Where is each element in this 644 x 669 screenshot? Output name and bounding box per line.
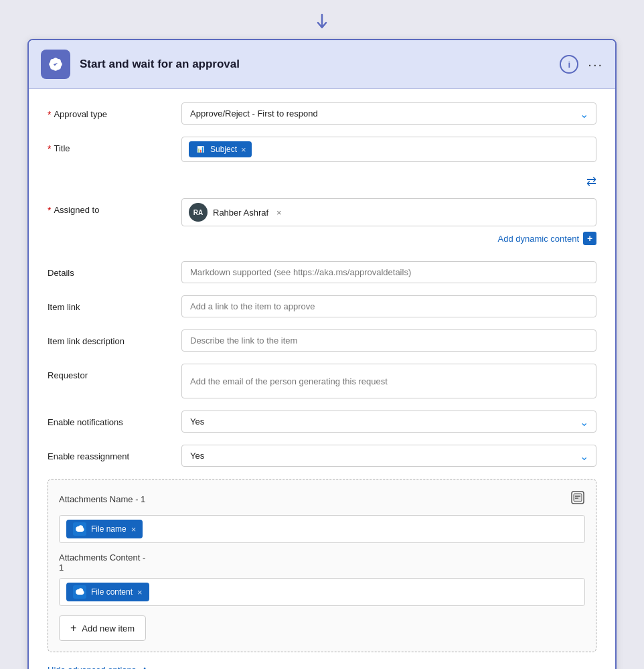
attachments-name-input[interactable]: File name × — [59, 515, 585, 543]
approval-type-row: * Approval type Approve/Reject - First t… — [48, 102, 596, 125]
add-dynamic-content-button[interactable]: Add dynamic content + — [498, 232, 596, 245]
details-control — [181, 261, 596, 283]
attachments-section: Attachments Name - 1 — [48, 479, 596, 652]
enable-reassignment-row: Enable reassignment Yes ⌄ — [48, 445, 596, 467]
info-button[interactable]: i — [560, 55, 578, 74]
approval-card: Start and wait for an approval i ··· * A… — [27, 39, 617, 669]
details-label: Details — [48, 261, 181, 278]
title-label: * Title — [48, 137, 181, 154]
assigned-to-control: RA Rahber Ashraf × Add dynamic content + — [181, 198, 596, 249]
attachments-content-input[interactable]: File content × — [59, 578, 585, 606]
attachments-content-header: Attachments Content - 1 — [59, 552, 585, 573]
assignee-tag-close[interactable]: × — [276, 208, 282, 218]
cloud-icon-content — [73, 585, 86, 599]
action-icon-box — [41, 50, 70, 79]
item-link-desc-label: Item link description — [48, 329, 181, 346]
plus-icon-new: + — [70, 622, 76, 634]
requestor-input[interactable] — [181, 364, 596, 398]
title-tag-input[interactable]: 📊 Subject × — [181, 137, 596, 162]
required-star: * — [48, 109, 51, 120]
enable-notifications-label: Enable notifications — [48, 411, 181, 427]
details-row: Details — [48, 261, 596, 283]
item-link-input[interactable] — [181, 295, 596, 317]
enable-notifications-row: Enable notifications Yes ⌄ — [48, 411, 596, 433]
card-title: Start and wait for an approval — [80, 58, 550, 71]
requestor-control — [181, 364, 596, 398]
approval-type-select-wrapper: Approve/Reject - First to respond ⌄ — [181, 102, 596, 125]
switch-icon-row: ⇄ — [48, 174, 596, 189]
approval-type-control: Approve/Reject - First to respond ⌄ — [181, 102, 596, 125]
subject-tag: 📊 Subject × — [189, 141, 252, 157]
assigned-to-label: * Assigned to — [48, 198, 181, 216]
avatar: RA — [189, 203, 208, 222]
add-new-item-button[interactable]: + Add new item — [59, 615, 146, 641]
approval-type-select[interactable]: Approve/Reject - First to respond — [181, 102, 596, 125]
assigned-to-row: * Assigned to RA Rahber Ashraf × — [48, 198, 596, 249]
file-name-tag: File name × — [66, 520, 143, 538]
enable-reassignment-control: Yes ⌄ — [181, 445, 596, 467]
title-control: 📊 Subject × — [181, 137, 596, 162]
required-star-title: * — [48, 143, 51, 154]
file-name-tag-close[interactable]: × — [131, 524, 137, 534]
subject-tag-close[interactable]: × — [241, 145, 246, 155]
item-link-control — [181, 295, 596, 317]
svg-rect-1 — [574, 494, 582, 502]
connector-arrow — [313, 13, 331, 36]
item-link-desc-control — [181, 329, 596, 352]
cloud-icon — [73, 522, 86, 536]
file-content-tag-close[interactable]: × — [137, 587, 143, 597]
enable-notifications-select-wrapper: Yes ⌄ — [181, 411, 596, 433]
required-star-assigned: * — [48, 205, 51, 216]
more-button[interactable]: ··· — [588, 57, 603, 72]
header-actions: i ··· — [560, 55, 603, 74]
item-link-desc-input[interactable] — [181, 329, 596, 352]
item-link-desc-row: Item link description — [48, 329, 596, 352]
card-body: * Approval type Approve/Reject - First t… — [29, 89, 615, 669]
approval-icon — [47, 56, 64, 73]
card-header: Start and wait for an approval i ··· — [29, 40, 615, 89]
approval-type-label: * Approval type — [48, 102, 181, 120]
delete-attachment-icon[interactable] — [570, 490, 585, 508]
item-link-label: Item link — [48, 295, 181, 312]
assigned-to-tag-input[interactable]: RA Rahber Ashraf × — [181, 198, 596, 226]
attachments-name-header: Attachments Name - 1 — [59, 490, 585, 508]
switch-icon[interactable]: ⇄ — [586, 174, 596, 189]
enable-reassignment-select-wrapper: Yes ⌄ — [181, 445, 596, 467]
enable-notifications-control: Yes ⌄ — [181, 411, 596, 433]
outlook-icon: 📊 — [194, 143, 206, 155]
file-content-tag: File content × — [66, 583, 149, 601]
details-input[interactable] — [181, 261, 596, 283]
hide-advanced-button[interactable]: Hide advanced options ∧ — [48, 664, 148, 669]
enable-reassignment-label: Enable reassignment — [48, 445, 181, 461]
requestor-row: Requestor — [48, 364, 596, 398]
dynamic-content-row: Add dynamic content + — [181, 232, 596, 245]
plus-icon: + — [583, 232, 596, 245]
assignee-tag: RA Rahber Ashraf × — [189, 203, 282, 222]
requestor-label: Requestor — [48, 364, 181, 380]
enable-notifications-select[interactable]: Yes — [181, 411, 596, 433]
chevron-up-icon: ∧ — [141, 664, 148, 669]
title-row: * Title 📊 Subject × — [48, 137, 596, 162]
item-link-row: Item link — [48, 295, 596, 317]
enable-reassignment-select[interactable]: Yes — [181, 445, 596, 467]
